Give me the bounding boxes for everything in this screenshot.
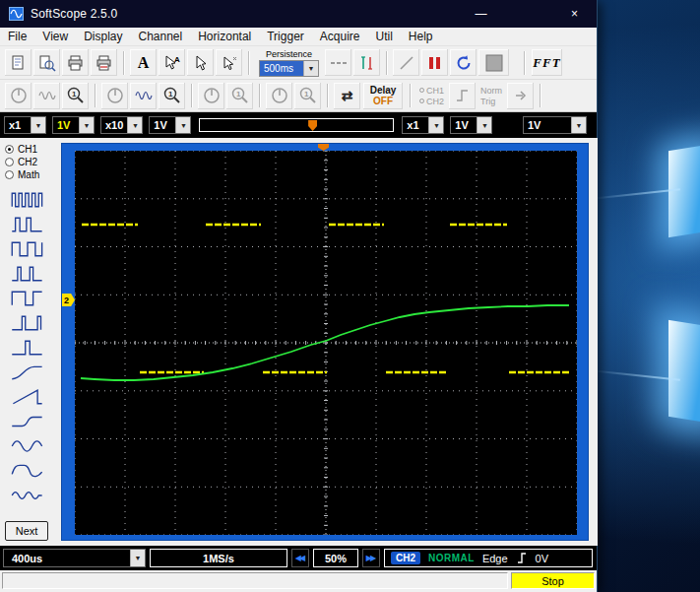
select-tool-button[interactable] xyxy=(216,49,242,76)
cursor-label-icon: A xyxy=(162,54,182,72)
trigger-time-marker[interactable] xyxy=(318,144,329,151)
menu-item-display[interactable]: Display xyxy=(76,29,130,44)
channel-radio-ch2[interactable]: CH2 xyxy=(5,156,57,168)
waveform-button-double-pulse[interactable] xyxy=(5,213,50,236)
norm-label: Norm xyxy=(480,86,502,96)
cursor-markers-button[interactable] xyxy=(353,49,380,76)
waveform-button-small-step[interactable] xyxy=(5,410,50,433)
timebase-select[interactable]: 400us ▼ xyxy=(3,549,146,567)
toolbar-separator xyxy=(410,84,411,107)
pointer-tool-button[interactable] xyxy=(187,49,214,76)
page-setup-button[interactable] xyxy=(5,49,32,76)
waveform-button-rising-ramp[interactable] xyxy=(5,385,50,409)
dropdown-arrow-icon[interactable]: ▼ xyxy=(428,117,443,133)
zoom-toolbar: 1 1 1 1 xyxy=(0,80,597,112)
dropdown-arrow-icon[interactable]: ▼ xyxy=(303,61,318,76)
label-cursor-button[interactable]: A xyxy=(159,49,185,76)
channel-radio-math[interactable]: Math xyxy=(5,168,57,181)
radio-icon xyxy=(5,158,14,166)
ch1-zoom-button[interactable]: 1 xyxy=(62,83,89,109)
stop-button[interactable] xyxy=(478,49,509,76)
channel-radio-ch1[interactable]: CH1 xyxy=(5,143,57,156)
ch1-scale-button[interactable] xyxy=(33,83,60,109)
trigger-source-labels[interactable]: CH1 CH2 xyxy=(419,86,444,106)
ref-zoom-button[interactable]: 1 xyxy=(294,83,321,109)
trigger-slope-button[interactable] xyxy=(449,83,476,109)
ch1-position-knob-button[interactable] xyxy=(5,83,32,109)
dropdown-arrow-icon[interactable]: ▼ xyxy=(175,117,190,133)
menu-item-help[interactable]: Help xyxy=(401,29,441,44)
ch2-scale-button[interactable] xyxy=(130,83,157,109)
swap-channels-button[interactable]: ⇄ xyxy=(334,83,360,109)
dropdown-arrow-icon[interactable]: ▼ xyxy=(127,117,142,133)
scroll-right-button[interactable]: ▶▶ xyxy=(362,549,380,567)
print-button[interactable] xyxy=(62,49,89,76)
waveform-button-single-pulse[interactable] xyxy=(5,336,50,360)
horizontal-position-slider[interactable] xyxy=(199,118,394,132)
dropdown-arrow-icon[interactable]: ▼ xyxy=(571,117,586,133)
menu-item-view[interactable]: View xyxy=(34,29,76,44)
fft-button[interactable]: FFT xyxy=(532,49,562,76)
ch2-zoom-button[interactable]: 1 xyxy=(159,83,185,109)
ch1-volts-select[interactable]: 1V ▼ xyxy=(52,116,95,134)
pointer-icon xyxy=(191,54,211,72)
ch2-volts-select[interactable]: 1V ▼ xyxy=(149,116,191,134)
waveform-button-wide-pulse[interactable] xyxy=(5,287,50,310)
text-annotation-button[interactable]: A xyxy=(130,49,157,76)
ch2-level-marker[interactable]: 2 xyxy=(62,294,75,306)
next-page-button[interactable]: Next xyxy=(5,521,48,541)
auto-trigger-button[interactable] xyxy=(507,83,534,109)
dropdown-arrow-icon[interactable]: ▼ xyxy=(130,550,145,566)
ch2-probe-select[interactable]: x10 ▼ xyxy=(100,116,143,134)
dropdown-arrow-icon[interactable]: ▼ xyxy=(477,117,491,133)
rising-step-icon xyxy=(10,363,45,381)
persistence-label: Persistence xyxy=(266,49,312,59)
math-knob-button[interactable] xyxy=(198,83,224,109)
run-loop-button[interactable] xyxy=(450,49,477,76)
acquisition-bar: 400us ▼ 1MS/s ◀◀ 50% ▶▶ CH2 NORMAL Edge … xyxy=(0,546,597,570)
ref-knob-button[interactable] xyxy=(266,83,292,109)
ch1-probe-select[interactable]: x1 ▼ xyxy=(4,116,46,134)
delay-toggle-button[interactable]: Delay OFF xyxy=(363,83,403,109)
menu-item-channel[interactable]: Channel xyxy=(131,29,191,44)
print-plot-button[interactable] xyxy=(91,49,117,76)
math-volts-select[interactable]: 1V ▼ xyxy=(450,116,492,134)
waveform-button-pulse-train[interactable] xyxy=(5,188,50,212)
dropdown-arrow-icon[interactable]: ▼ xyxy=(79,117,94,133)
menu-item-trigger[interactable]: Trigger xyxy=(259,29,312,44)
dropdown-arrow-icon[interactable]: ▼ xyxy=(31,117,45,133)
print-preview-button[interactable] xyxy=(33,49,60,76)
math-probe-select[interactable]: x1 ▼ xyxy=(402,116,444,134)
waveform-button-narrow-pulse-pair[interactable] xyxy=(5,311,50,335)
title-bar: SoftScope 2.5.0 — × xyxy=(0,0,597,28)
persistence-clear-button[interactable] xyxy=(325,49,351,76)
waveform-button-pulse-pair[interactable] xyxy=(5,262,50,286)
menu-item-util[interactable]: Util xyxy=(368,29,401,44)
pause-button[interactable] xyxy=(421,49,448,76)
menu-item-acquire[interactable]: Acquire xyxy=(312,29,368,44)
main-toolbar: A A Persistence 500ms ▼ xyxy=(0,46,597,80)
minimize-button[interactable]: — xyxy=(459,0,503,28)
trigger-position-marker[interactable] xyxy=(308,120,317,131)
menu-item-file[interactable]: File xyxy=(0,29,34,44)
norm-trig-labels[interactable]: Norm Trig xyxy=(480,86,502,106)
menu-item-horizontal[interactable]: Horizontal xyxy=(190,29,259,44)
ref-volts-select[interactable]: 1V ▼ xyxy=(523,116,587,134)
close-button[interactable]: × xyxy=(552,0,597,28)
math-zoom-button[interactable]: 1 xyxy=(226,83,253,109)
waveform-button-square-wave[interactable] xyxy=(5,237,50,261)
rising-ramp-icon xyxy=(10,388,45,406)
loop-arrow-icon xyxy=(455,54,473,72)
svg-text:1: 1 xyxy=(72,90,77,99)
toolbar-separator xyxy=(95,84,95,107)
waveform-button-distorted-sine[interactable] xyxy=(5,459,50,483)
ch2-position-knob-button[interactable] xyxy=(101,83,128,109)
waveform-button-double-sine[interactable] xyxy=(5,484,50,507)
waveform-button-rising-step[interactable] xyxy=(5,361,50,384)
single-sweep-button[interactable] xyxy=(393,49,419,76)
persistence-select[interactable]: 500ms ▼ xyxy=(259,60,319,77)
scroll-left-button[interactable]: ◀◀ xyxy=(291,549,309,567)
waveform-button-sine-wave[interactable] xyxy=(5,434,50,458)
radio-icon xyxy=(5,170,14,179)
toolbar-separator xyxy=(123,51,124,75)
